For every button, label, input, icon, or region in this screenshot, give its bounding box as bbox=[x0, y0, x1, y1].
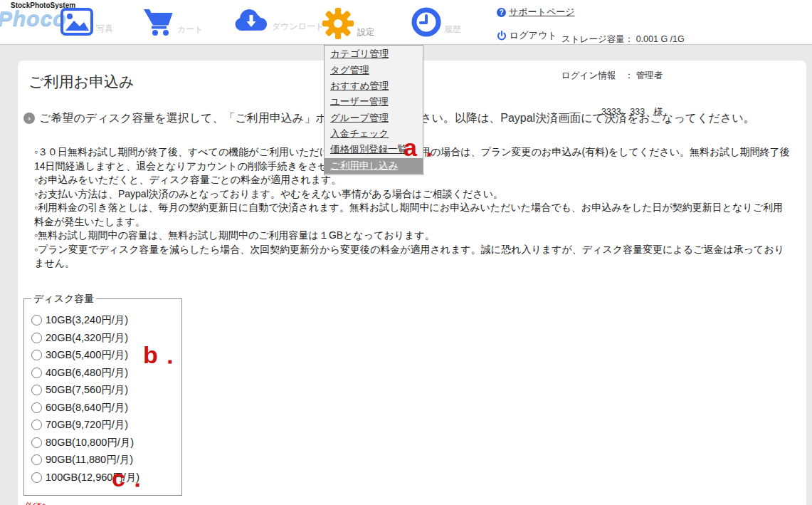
note-line: ◦お支払い方法は、Paypal決済のみとなっております。やむをえない事情がある場… bbox=[34, 187, 792, 202]
disk-option-label: 20GB(4,320円/月) bbox=[46, 331, 128, 345]
settings-menu-item[interactable]: カテゴリ管理 bbox=[325, 46, 423, 62]
power-icon bbox=[497, 31, 507, 41]
disk-option-label: 40GB(6,480円/月) bbox=[46, 366, 128, 380]
settings-menu-item[interactable]: タグ管理 bbox=[325, 62, 423, 78]
annotation-a: a． bbox=[404, 132, 441, 165]
disk-option-label: 70GB(9,720円/月) bbox=[46, 418, 128, 432]
nav-item-photos[interactable]: 写真 bbox=[60, 7, 113, 36]
disk-capacity-legend: ディスク容量 bbox=[31, 293, 96, 306]
required-label: 必須* bbox=[23, 501, 792, 505]
disk-option-row[interactable]: 80GB(10,800円/月) bbox=[31, 436, 174, 449]
note-line: ◦無料お試し期間中の容量は、無料お試し期間中のご利用容量は１GBとなっております… bbox=[34, 229, 792, 243]
disk-option-row[interactable]: 60GB(8,640円/月) bbox=[31, 401, 174, 415]
login-label: ログイン情報 ： bbox=[561, 71, 633, 80]
settings-menu-item[interactable]: グループ管理 bbox=[325, 110, 423, 126]
note-line: ◦利用料金の引き落としは、毎月の契約更新日に自動で決済されます。無料お試し期間中… bbox=[34, 201, 792, 229]
disk-option-label: 10GB(3,240円/月) bbox=[46, 313, 128, 327]
logout-link[interactable]: ログアウト bbox=[497, 29, 557, 42]
disk-option-label: 30GB(5,400円/月) bbox=[46, 348, 128, 362]
photo-icon bbox=[60, 7, 93, 36]
storage-line: ストレージ容量： 0.001 G /1G bbox=[561, 33, 685, 46]
annotation-c: c． bbox=[112, 462, 149, 495]
disk-capacity-fieldset: ディスク容量 10GB(3,240円/月) 20GB(4,320円/月) bbox=[23, 293, 182, 496]
storage-value: 0.001 G /1G bbox=[636, 34, 685, 44]
disk-option-row[interactable]: 50GB(7,560円/月) bbox=[31, 383, 174, 397]
disk-option-radio[interactable] bbox=[31, 420, 42, 430]
nav-label-history: 履歴 bbox=[444, 24, 461, 37]
disk-option-radio[interactable] bbox=[31, 454, 42, 465]
login-line: ログイン情報 ： 管理者 bbox=[561, 70, 685, 82]
nav-label-cart: カート bbox=[177, 24, 204, 37]
nav-label-photos: 写真 bbox=[96, 23, 113, 36]
question-icon: ? bbox=[497, 8, 506, 17]
settings-menu-item[interactable]: おすすめ管理 bbox=[325, 78, 423, 94]
app-logo[interactable]: StockPhotoSystem Phoco bbox=[1, 1, 62, 28]
user-name: 3333 333 様 bbox=[561, 106, 685, 118]
disk-option-radio[interactable] bbox=[31, 437, 42, 448]
cloud-download-icon bbox=[233, 7, 269, 34]
top-navigation-bar: StockPhotoSystem Phoco 写真 bbox=[0, 0, 812, 45]
nav-item-cart[interactable]: カート bbox=[142, 7, 204, 37]
gear-icon bbox=[322, 7, 354, 40]
disk-option-radio[interactable] bbox=[31, 350, 42, 360]
disk-option-radio[interactable] bbox=[31, 385, 42, 395]
disk-option-row[interactable]: 10GB(3,240円/月) bbox=[31, 313, 174, 327]
page: StockPhotoSystem Phoco 写真 bbox=[0, 0, 812, 505]
disk-option-radio[interactable] bbox=[31, 333, 42, 343]
storage-label: ストレージ容量： bbox=[561, 34, 633, 44]
arrow-bullet-icon: › bbox=[23, 113, 35, 124]
disk-option-label: 80GB(10,800円/月) bbox=[46, 436, 134, 449]
nav-item-settings[interactable]: 設定 bbox=[322, 7, 374, 40]
settings-menu-item[interactable]: ユーザー管理 bbox=[325, 94, 423, 110]
disk-option-radio[interactable] bbox=[31, 402, 42, 413]
disk-option-label: 50GB(7,560円/月) bbox=[46, 383, 128, 397]
login-value: 管理者 bbox=[636, 71, 663, 80]
annotation-b: b． bbox=[143, 339, 182, 372]
disk-option-row[interactable]: 70GB(9,720円/月) bbox=[31, 418, 174, 432]
nav-item-history[interactable]: 履歴 bbox=[411, 7, 461, 37]
history-clock-icon bbox=[411, 7, 441, 37]
nav-item-download[interactable]: ダウンロード bbox=[233, 7, 324, 34]
disk-option-radio[interactable] bbox=[31, 368, 42, 378]
disk-option-radio[interactable] bbox=[31, 472, 42, 483]
disk-option-radio[interactable] bbox=[31, 315, 42, 326]
disk-option-label: 60GB(8,640円/月) bbox=[46, 401, 128, 415]
logo-brand-text: Phoco bbox=[0, 9, 62, 28]
nav-label-settings: 設定 bbox=[357, 26, 374, 40]
logout-label: ログアウト bbox=[510, 29, 557, 42]
cart-icon bbox=[142, 7, 174, 37]
nav-label-download: ダウンロード bbox=[272, 21, 324, 34]
note-line: ◦プラン変更でディスク容量を減らしたら場合、次回契約更新分から変更後の料金が適用… bbox=[34, 243, 792, 271]
disk-option-row[interactable]: 90GB(11,880円/月) bbox=[31, 453, 174, 467]
account-info: ストレージ容量： 0.001 G /1G ログイン情報 ： 管理者 3333 3… bbox=[561, 9, 685, 142]
disk-option-row[interactable]: 100GB(12,960円/月) bbox=[31, 471, 174, 484]
